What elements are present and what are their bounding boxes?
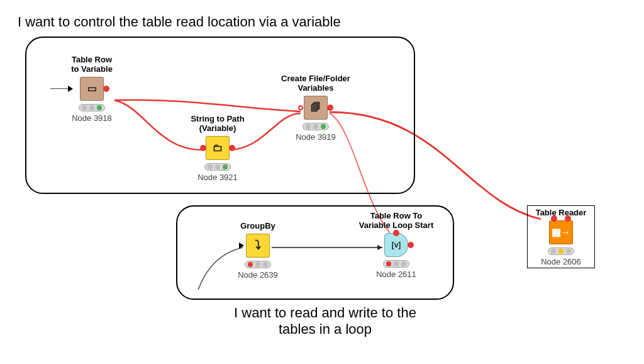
node-label: Table Row To Variable Loop Start bbox=[352, 212, 440, 230]
node-id: Node 2606 bbox=[533, 257, 589, 266]
node-label: Table Reader bbox=[533, 208, 589, 218]
status-traffic-light bbox=[245, 261, 271, 268]
node-id: Node 2611 bbox=[352, 270, 440, 279]
node-id: Node 3919 bbox=[272, 132, 360, 142]
node-icon: 🗐 bbox=[304, 96, 328, 120]
node-table-reader[interactable]: Table Reader ▦→ Node 2606 bbox=[527, 205, 595, 268]
node-id: Node 3918 bbox=[48, 113, 136, 123]
status-traffic-light bbox=[548, 247, 574, 255]
node-icon: ⤵ bbox=[246, 234, 270, 258]
node-id: Node 3921 bbox=[174, 173, 262, 182]
node-id: Node 2639 bbox=[214, 270, 302, 280]
node-label: Create File/Folder Variables bbox=[272, 74, 360, 93]
node-label: String to Path (Variable) bbox=[174, 115, 262, 134]
node-create-file-folder-variables[interactable]: Create File/Folder Variables 🗐 Node 3919 bbox=[272, 74, 360, 142]
node-table-row-to-variable[interactable]: Table Row to Variable ▭ Node 3918 bbox=[48, 55, 136, 123]
node-icon: ▦→ bbox=[549, 220, 573, 244]
node-icon: 🗀 bbox=[206, 136, 230, 160]
node-groupby[interactable]: GroupBy ⤵ Node 2639 bbox=[214, 222, 302, 280]
node-icon: [v] bbox=[384, 233, 408, 257]
node-label: GroupBy bbox=[214, 222, 302, 231]
annotation-top: I want to control the table read locatio… bbox=[18, 14, 341, 30]
status-traffic-light bbox=[383, 260, 409, 268]
status-traffic-light bbox=[303, 123, 329, 130]
node-label: Table Row to Variable bbox=[48, 55, 136, 74]
status-traffic-light bbox=[204, 163, 231, 171]
node-icon: ▭ bbox=[80, 77, 104, 101]
node-table-row-to-variable-loop-start[interactable]: Table Row To Variable Loop Start [v] Nod… bbox=[352, 212, 440, 279]
status-traffic-light bbox=[79, 104, 105, 111]
node-string-to-path-variable[interactable]: String to Path (Variable) 🗀 Node 3921 bbox=[174, 115, 262, 182]
annotation-bottom: I want to read and write to the tables i… bbox=[190, 305, 460, 338]
